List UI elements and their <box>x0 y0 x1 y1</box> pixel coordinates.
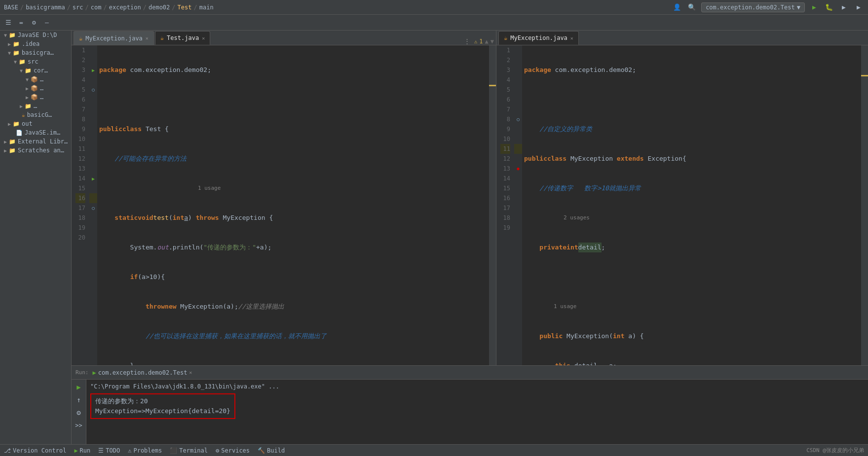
right-line-numbers: 1 2 3 4 5 6 7 8 9 10 11 12 13 14 <box>496 45 514 365</box>
right-scroll-indicator <box>861 45 868 365</box>
toolbar-equals-icon[interactable]: = <box>16 17 27 28</box>
code-line-4: //可能会存在异常的方法 <box>99 154 487 164</box>
left-code-area[interactable]: 1 2 3 4 5 6 7 8 9 10 11 12 13 14 <box>72 45 496 365</box>
run-tab[interactable]: ▶ com.exception.demo02.Test ✕ <box>93 369 192 376</box>
right-code-area[interactable]: 1 2 3 4 5 6 7 8 9 10 11 12 13 14 <box>496 45 868 365</box>
sidebar-item-com[interactable]: ▼ 📁 cor… <box>0 66 71 75</box>
profile-icon[interactable]: 👤 <box>672 2 682 13</box>
run-icon: ▶ <box>74 447 77 454</box>
run-tab-close-icon[interactable]: ✕ <box>189 370 192 375</box>
sidebar-item-out[interactable]: ▶ 📁 out <box>0 119 71 128</box>
problem-icon: ⚠ <box>128 447 131 454</box>
right-editor-pane: ☕ MyException.java ✕ 1 2 3 4 5 6 <box>496 31 868 365</box>
run-toolbar: ▶ ↑ ⚙ >> <box>72 380 86 444</box>
java-file-icon: ☕ <box>22 112 25 118</box>
package-icon: 📦 <box>31 76 38 83</box>
run-stop-button[interactable]: ⚙ <box>74 407 84 418</box>
run-gutter-14[interactable]: ▶ <box>89 174 97 183</box>
chevron-down-icon: ▼ <box>26 77 29 82</box>
rcode-line-2 <box>524 95 859 105</box>
rcode-line-5: //传递数字 数字>10就抛出异常 <box>524 183 859 193</box>
status-todo[interactable]: ☰ TODO <box>98 447 120 454</box>
sidebar-item-javase-iml[interactable]: 📄 JavaSE.im… <box>0 128 71 137</box>
toolbar-file-icon[interactable]: ☰ <box>3 17 14 28</box>
sidebar-item-external-libs[interactable]: ▶ 📁 External Libr… <box>0 137 71 146</box>
sidebar-item-src[interactable]: ▼ 📁 src <box>0 57 71 66</box>
rcode-line-4: public class MyException extends Excepti… <box>524 154 859 164</box>
run-button[interactable]: ▶ <box>809 2 820 13</box>
left-editor-pane: ☕ MyException.java ✕ ☕ Test.java ✕ ⋮ ⚠ 1… <box>72 31 496 365</box>
folder-icon: 📁 <box>19 59 26 65</box>
toolbar-settings-icon[interactable]: ⚙ <box>29 17 39 28</box>
run-config[interactable]: com.exception.demo02.Test ▼ <box>701 2 805 12</box>
tab-test-java[interactable]: ☕ Test.java ✕ <box>155 31 210 45</box>
todo-icon: ☰ <box>98 447 104 454</box>
search-icon[interactable]: 🔍 <box>686 2 697 13</box>
folder-icon: 📁 <box>9 139 16 145</box>
tab-close-icon[interactable]: ✕ <box>202 35 205 41</box>
chevron-down-icon: ▼ <box>20 68 23 73</box>
package-icon: 📦 <box>31 85 38 92</box>
toolbar: ☰ = ⚙ — <box>0 15 868 31</box>
code-line-9: //也可以选择在这里捕获，如果在这里捕获的话，就不用抛出了 <box>99 331 487 341</box>
tab-myexception-right[interactable]: ☕ MyException.java ✕ <box>498 31 579 45</box>
warning-icon: ⚠ <box>474 38 478 45</box>
run-output-box: 传递的参数为：20 MyException=>MyException{detai… <box>90 393 864 419</box>
tab-close-icon[interactable]: ✕ <box>570 35 573 41</box>
tab-close-icon[interactable]: ✕ <box>146 35 149 41</box>
status-terminal[interactable]: ⬛ Terminal <box>170 447 208 454</box>
right-code-content[interactable]: package com.exception.demo02; //自定义的异常类 … <box>522 45 861 365</box>
status-bar: ⎇ Version Control ▶ Run ☰ TODO ⚠ Problem… <box>0 444 868 456</box>
sidebar-item-idea[interactable]: ▶ 📁 .idea <box>0 39 71 48</box>
left-code-content[interactable]: package com.exception.demo02; public cla… <box>97 45 489 365</box>
iml-file-icon: 📄 <box>16 130 23 136</box>
sidebar-item-basicgra[interactable]: ▼ 📁 basicgra… <box>0 48 71 57</box>
code-line-10: } <box>99 361 487 365</box>
right-gutter: ◯ ● <box>514 45 522 365</box>
sidebar-item-pkg2[interactable]: ▶ 📦 … <box>0 84 71 93</box>
status-problems[interactable]: ⚠ Problems <box>128 447 162 454</box>
sidebar-item-scratches[interactable]: ▶ 📁 Scratches an… <box>0 146 71 155</box>
run-rerun-button[interactable]: ↑ <box>74 394 84 405</box>
rcode-line-8: public MyException(int a) { <box>524 331 859 341</box>
run-again-button[interactable]: ▶ <box>74 382 84 392</box>
rcode-line-7 <box>524 272 859 282</box>
right-tab-bar: ☕ MyException.java ✕ <box>496 31 868 45</box>
sidebar-item-pkg3[interactable]: ▶ 📦 … <box>0 93 71 102</box>
left-tab-bar: ☕ MyException.java ✕ ☕ Test.java ✕ ⋮ ⚠ 1… <box>72 31 496 45</box>
sidebar-item-folder3[interactable]: ▶ 📁 … <box>0 102 71 110</box>
run-label: Run: <box>75 369 89 376</box>
run-play-icon: ▶ <box>93 369 96 376</box>
run-cmd-line: "C:\Program Files\Java\jdk1.8.0_131\bin\… <box>90 382 864 391</box>
run-with-coverage-button[interactable]: ▶ <box>838 2 849 13</box>
profile-run-button[interactable]: ▶ <box>853 2 864 13</box>
chevron-right-icon: ▶ <box>4 139 7 144</box>
sidebar-item-pkg1[interactable]: ▼ 📦 … <box>0 75 71 84</box>
sidebar: ▼ 📁 JavaSE D:\D ▶ 📁 .idea ▼ 📁 basicgra… … <box>0 31 72 444</box>
run-gutter-3[interactable]: ▶ <box>89 65 97 75</box>
status-right-text: CSDN @张皮皮的小兄弟 <box>806 447 864 454</box>
run-extra-button[interactable]: >> <box>74 420 84 431</box>
status-run[interactable]: ▶ Run <box>74 447 90 454</box>
chevron-right-icon: ▶ <box>8 41 11 47</box>
status-services[interactable]: ⚙ Services <box>216 447 250 454</box>
editor-warnings: ⚠ 1 ▲ ▼ <box>474 38 494 45</box>
usage-line-4: 1 usage <box>198 183 487 193</box>
sidebar-item-javase[interactable]: ▼ 📁 JavaSE D:\D <box>0 31 71 39</box>
left-scroll-indicator <box>489 45 496 365</box>
sidebar-item-basicg[interactable]: ☕ basicG… <box>0 110 71 119</box>
code-line-7: if(a>10){ <box>99 272 487 282</box>
chevron-right-icon: ▶ <box>26 86 29 91</box>
tab-myexception-left[interactable]: ☕ MyException.java ✕ <box>74 31 154 45</box>
toolbar-minus-icon[interactable]: — <box>41 17 52 28</box>
tab-icon: ☕ <box>504 35 507 41</box>
status-version-control[interactable]: ⎇ Version Control <box>4 447 66 454</box>
run-output: "C:\Program Files\Java\jdk1.8.0_131\bin\… <box>86 380 868 444</box>
code-line-5: static void test(int a) throws MyExcepti… <box>99 213 487 223</box>
run-panel-header: Run: ▶ com.exception.demo02.Test ✕ <box>72 366 868 380</box>
code-line-6: System.out.println("传递的参数为："+a); <box>99 243 487 252</box>
debug-button[interactable]: 🐛 <box>824 2 834 13</box>
tab-menu-icon[interactable]: ⋮ <box>462 37 472 45</box>
status-build[interactable]: 🔨 Build <box>258 447 285 454</box>
tab-icon: ☕ <box>160 35 164 41</box>
